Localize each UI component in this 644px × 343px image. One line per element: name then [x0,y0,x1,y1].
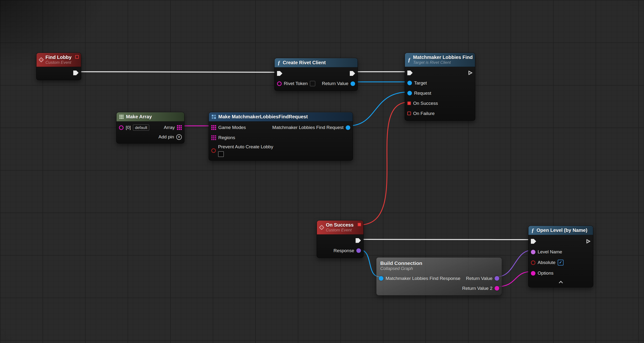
collapse-pins-button[interactable] [528,279,593,285]
exec-out-pin[interactable] [73,70,78,75]
custom-event-icon [319,225,324,230]
wire-exec-on-success-to-open-level[interactable] [359,239,532,240]
node-make-matchmaker-lobbies-find-request[interactable]: Make MatchmakerLobbiesFindRequest Game M… [208,112,353,161]
node-header[interactable]: Make MatchmakerLobbiesFindRequest [209,112,353,121]
node-header[interactable]: Matchmaker Lobbies Find Target is Rivet … [405,53,475,67]
make-struct-icon [212,115,216,119]
pin-label-target: Target [414,80,427,86]
add-pin-button[interactable]: Add pin [158,134,182,140]
delegate-out-pin[interactable] [75,55,79,59]
absolute-checkbox[interactable] [558,260,564,266]
absolute-pin[interactable] [531,260,536,265]
node-header[interactable]: Create Rivet Client [274,58,358,67]
rivet-token-input[interactable] [310,81,315,86]
pin-label-output: Matchmaker Lobbies Find Request [272,125,344,130]
node-make-array[interactable]: Make Array [0] default Array Add pin [116,112,184,143]
node-title: On Success [326,222,354,228]
node-create-rivet-client[interactable]: Create Rivet Client Rivet Token Return V… [274,58,358,91]
node-find-lobby[interactable]: Find Lobby Custom Event [36,53,81,80]
node-title: Open Level (by Name) [537,228,588,233]
function-icon [278,60,280,65]
node-title: Find Lobby [46,55,72,60]
pin-label-return-value: Return Value [322,81,348,86]
return-value-pin[interactable] [350,81,355,86]
exec-in-pin[interactable] [407,70,413,75]
wire-request-struct-to-request-pin[interactable] [348,92,408,126]
add-pin-icon [176,134,182,140]
node-header[interactable]: Open Level (by Name) [528,226,593,235]
exec-out-pin[interactable] [356,238,361,243]
game-modes-pin[interactable] [211,125,216,130]
pin-label-prevent: Prevent Auto Create Lobby [218,144,273,150]
request-pin[interactable] [407,91,412,95]
wire-layer [0,0,644,343]
pin-label-on-failure: On Failure [413,111,435,116]
wire-exec-find-lobby-to-create-rivet-client[interactable] [77,72,278,72]
wire-return-value-2-to-options[interactable] [496,272,532,287]
target-pin[interactable] [407,81,412,85]
pin-label-return-value: Return Value [466,276,493,281]
node-subtitle: Collapsed Graph [380,266,498,271]
prevent-auto-create-lobby-pin[interactable] [211,148,216,153]
exec-in-pin[interactable] [531,239,536,244]
pin-label-regions: Regions [218,135,235,140]
node-header[interactable]: Find Lobby Custom Event [36,53,81,67]
matchmaker-lobbies-find-response-pin[interactable] [379,276,384,281]
node-on-success-event[interactable]: On Success Custom Event Response [317,220,364,258]
wire-return-value-to-level-name[interactable] [496,250,532,277]
pin-label-level-name: Level Name [538,249,562,255]
on-failure-pin[interactable] [407,112,411,115]
on-success-pin[interactable] [407,101,411,105]
pin-label-options: Options [538,271,553,276]
node-open-level-by-name[interactable]: Open Level (by Name) Level Name Absolute [528,226,593,288]
pin-label-array: Array [164,125,175,130]
pin-label-response-input: Matchmaker Lobbies Find Response [386,276,460,281]
request-out-pin[interactable] [346,125,350,130]
return-value-pin[interactable] [494,276,499,281]
exec-out-pin[interactable] [350,71,355,76]
pin-label-request: Request [414,91,431,96]
node-matchmaker-lobbies-find[interactable]: Matchmaker Lobbies Find Target is Rivet … [405,53,475,121]
wire-on-success-delegate[interactable] [360,102,408,225]
function-icon [531,228,534,233]
node-title: Matchmaker Lobbies Find [413,55,473,60]
node-subtitle: Custom Event [46,60,72,65]
node-subtitle: Custom Event [326,228,354,233]
array-icon [120,115,124,119]
pin-label-rivet-token: Rivet Token [284,81,308,86]
pin-label-game-modes: Game Modes [218,125,246,130]
pin-label-absolute: Absolute [538,260,556,265]
function-icon [408,57,411,62]
delegate-out-pin[interactable] [358,223,361,226]
add-pin-label: Add pin [158,134,174,140]
node-build-connection[interactable]: Build Connection Collapsed Graph Matchma… [376,257,502,296]
rivet-token-pin[interactable] [277,81,282,86]
pin-label-index: [0] [126,125,131,130]
array-index-input[interactable]: default [133,125,149,131]
pin-label-response: Response [333,248,354,253]
pin-label-on-success: On Success [413,101,438,106]
pin-label-return-value-2: Return Value 2 [462,286,492,291]
level-name-pin[interactable] [531,250,536,254]
custom-event-icon [39,57,44,62]
node-title: Build Connection [380,260,498,266]
node-header[interactable]: Make Array [116,112,184,121]
regions-pin[interactable] [211,135,216,140]
node-title: Make MatchmakerLobbiesFindRequest [218,114,308,120]
options-pin[interactable] [531,271,536,276]
response-pin[interactable] [356,248,361,253]
chevron-up-icon [559,281,563,284]
node-title: Make Array [126,114,152,120]
graph-canvas[interactable]: Find Lobby Custom Event Create Rivet Cli… [0,0,644,343]
prevent-auto-create-lobby-checkbox[interactable] [218,151,224,157]
array-out-pin[interactable] [177,125,182,130]
array-index-pin[interactable] [119,125,124,130]
node-title: Create Rivet Client [283,60,326,65]
exec-in-pin[interactable] [277,71,282,76]
node-header[interactable]: On Success Custom Event [317,221,363,235]
node-header[interactable]: Build Connection Collapsed Graph [376,258,502,273]
delegate-out-pin[interactable] [586,239,590,244]
delegate-out-pin[interactable] [468,70,472,75]
return-value-2-pin[interactable] [494,286,499,291]
node-subtitle: Target is Rivet Client [413,60,473,65]
